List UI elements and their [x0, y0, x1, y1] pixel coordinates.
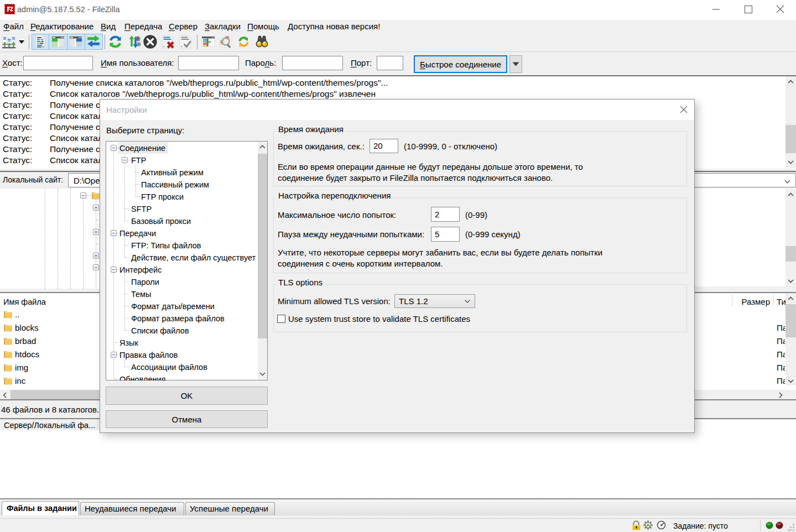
- svg-text:A: A: [646, 522, 650, 528]
